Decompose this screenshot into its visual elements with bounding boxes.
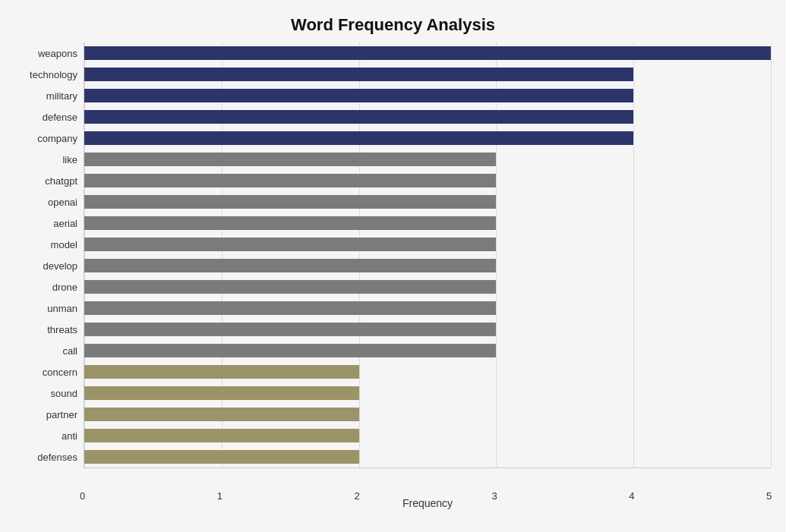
y-label: threats	[47, 325, 77, 335]
y-label: develop	[43, 261, 77, 271]
y-label: defense	[43, 112, 77, 122]
bar	[84, 450, 359, 464]
bar-row	[84, 364, 771, 380]
y-label: company	[37, 134, 77, 143]
bar	[84, 323, 496, 336]
y-label: technology	[30, 70, 77, 80]
bar	[84, 174, 496, 187]
y-label: partner	[46, 410, 77, 420]
bar	[84, 46, 771, 60]
bar	[84, 408, 359, 421]
y-labels: weaponstechnologymilitarydefensecompanyl…	[15, 42, 84, 468]
bar-row	[84, 427, 771, 444]
bar	[84, 195, 496, 209]
bar	[84, 216, 496, 230]
chart-container: Word Frequency Analysis weaponstechnolog…	[0, 0, 786, 532]
bar	[84, 429, 359, 442]
bar	[84, 153, 496, 166]
y-label: call	[62, 346, 77, 356]
bar-row	[84, 236, 771, 253]
y-label: unman	[47, 304, 77, 313]
bar-row	[84, 151, 771, 168]
y-label: weapons	[38, 49, 77, 58]
bar-row	[84, 300, 771, 316]
bar-row	[84, 130, 771, 146]
bar-row	[84, 87, 771, 104]
y-label: drone	[52, 282, 77, 292]
bar	[84, 365, 359, 379]
y-label: anti	[62, 431, 77, 441]
bar-row	[84, 342, 771, 359]
bar-rows	[84, 42, 771, 467]
y-label: aerial	[53, 219, 77, 228]
bar-row	[84, 279, 771, 295]
bar	[84, 238, 496, 251]
bar-row	[84, 109, 771, 125]
chart-area: weaponstechnologymilitarydefensecompanyl…	[15, 42, 771, 468]
bar-row	[84, 449, 771, 465]
y-label: concern	[43, 367, 77, 377]
bar-row	[84, 406, 771, 423]
bar-row	[84, 45, 771, 61]
bar-row	[84, 215, 771, 231]
y-label: model	[51, 240, 77, 250]
bar	[84, 259, 496, 272]
y-label: chatgpt	[45, 176, 77, 186]
bar	[84, 386, 359, 400]
bar	[84, 68, 633, 81]
y-label: openai	[48, 197, 77, 207]
y-label: defenses	[37, 452, 77, 462]
chart-title: Word Frequency Analysis	[15, 15, 771, 35]
bar	[84, 89, 633, 102]
bar	[84, 280, 496, 294]
bar	[84, 110, 633, 124]
bar-row	[84, 321, 771, 338]
bar-row	[84, 257, 771, 274]
grid-line	[771, 42, 772, 467]
bars-area: 012345 Frequency	[84, 42, 771, 468]
bar-row	[84, 172, 771, 189]
y-label: sound	[51, 389, 77, 398]
bar	[84, 301, 496, 315]
y-label: like	[62, 155, 77, 165]
bar-row	[84, 385, 771, 401]
bar	[84, 131, 633, 145]
x-axis-title: Frequency	[84, 497, 771, 509]
bar	[84, 344, 496, 357]
bar-row	[84, 194, 771, 210]
y-label: military	[46, 91, 77, 101]
bar-row	[84, 66, 771, 83]
